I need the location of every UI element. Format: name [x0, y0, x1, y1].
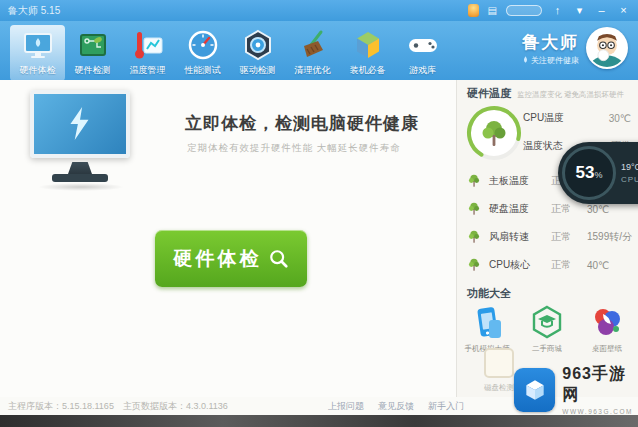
widget-temp: 19°C	[621, 162, 638, 172]
tree-icon	[467, 174, 481, 188]
lightning-icon	[67, 107, 93, 141]
menu-chevron-icon[interactable]: ▾	[573, 5, 586, 16]
tree-icon	[467, 230, 481, 244]
monitor-stand	[68, 162, 92, 174]
desktop-edge	[0, 415, 638, 427]
gauge-row-cpu-temp: CPU温度 30℃	[523, 111, 631, 125]
skin-icon[interactable]: ▤	[488, 6, 497, 16]
tree-icon	[467, 202, 481, 216]
temp-section-title: 硬件温度	[467, 86, 511, 101]
tab-game-library[interactable]: 游戏库	[395, 25, 450, 81]
floating-monitor-widget[interactable]: 53 % 19°C CPU	[558, 142, 638, 204]
tab-cleanup[interactable]: 清理优化	[285, 25, 340, 81]
tree-icon	[467, 258, 481, 272]
main-toolbar: 硬件体检 硬件检测 温度管理	[0, 21, 638, 80]
temperature-gauge	[465, 104, 523, 162]
phone-icon	[469, 304, 505, 340]
features-section-title: 功能大全	[467, 286, 511, 301]
monitor-drop-icon	[21, 28, 55, 62]
tab-label: 性能测试	[185, 64, 221, 77]
temp-section-subtitle: 监控温度变化 避免高温损坏硬件	[517, 90, 624, 100]
tab-label: 硬件体检	[20, 64, 56, 77]
tab-driver-detect[interactable]: 驱动检测	[230, 25, 285, 81]
thermometer-chart-icon	[131, 28, 165, 62]
cube-3d-icon	[351, 28, 385, 62]
colorful-wallpaper-icon	[589, 304, 625, 340]
page-subtitle: 定期体检有效提升硬件性能 大幅延长硬件寿命	[187, 142, 401, 155]
tab-essentials[interactable]: 装机必备	[340, 25, 395, 81]
watermark: 963手游网 WWW.963G.COM	[514, 364, 638, 415]
tab-temperature[interactable]: 温度管理	[120, 25, 175, 81]
brand-block: 鲁大师 关注硬件健康	[522, 25, 632, 69]
upload-icon[interactable]: ↑	[551, 5, 564, 16]
drop-icon	[522, 56, 529, 65]
tab-label: 清理优化	[295, 64, 331, 77]
title-bar: 鲁大师 5.15 ▤ ↑ ▾ – ×	[0, 0, 638, 21]
disk-icon	[484, 348, 514, 378]
circuit-board-icon	[76, 28, 110, 62]
watermark-name: 963手游网	[562, 364, 638, 406]
mascot-avatar[interactable]	[586, 27, 628, 69]
widget-caption: CPU	[621, 175, 638, 184]
sidebar: 硬件温度 监控温度变化 避免高温损坏硬件 CPU温度 30℃ 温度状态 正常	[456, 80, 638, 397]
watermark-cube-icon	[514, 368, 555, 412]
broom-icon	[296, 28, 330, 62]
gift-icon[interactable]	[468, 4, 479, 17]
tab-hardware-checkup[interactable]: 硬件体检	[10, 25, 65, 81]
monitor-shadow	[38, 183, 124, 191]
monitor-base	[52, 174, 108, 182]
link-report-issue[interactable]: 上报问题	[328, 400, 364, 413]
tab-benchmark[interactable]: 性能测试	[175, 25, 230, 81]
tab-label: 硬件检测	[75, 64, 111, 77]
feature-wallpaper[interactable]: 桌面壁纸	[579, 304, 635, 354]
promo-pill[interactable]	[506, 5, 542, 16]
page-title: 立即体检，检测电脑硬件健康	[185, 112, 419, 135]
version-text: 主程序版本：5.15.18.1165 主页数据版本：4.3.0.1136	[8, 400, 228, 413]
monitor-illustration	[30, 90, 130, 158]
app-window: 鲁大师 5.15 ▤ ↑ ▾ – × 硬件体检	[0, 0, 638, 427]
usage-ring: 53 %	[562, 146, 616, 200]
temp-row-cpu-core: CPU核心 正常 40℃	[467, 254, 635, 276]
speedometer-icon	[186, 28, 220, 62]
magnifier-icon	[269, 249, 289, 269]
minimize-button[interactable]: –	[595, 5, 608, 16]
mascot-icon	[588, 29, 626, 67]
tab-label: 驱动检测	[240, 64, 276, 77]
link-feedback[interactable]: 意见反馈	[378, 400, 414, 413]
tab-hardware-detect[interactable]: 硬件检测	[65, 25, 120, 81]
window-title: 鲁大师 5.15	[8, 4, 60, 18]
hardware-checkup-button[interactable]: 硬件体检	[155, 230, 307, 287]
tab-label: 游戏库	[409, 64, 436, 77]
gamepad-icon	[406, 28, 440, 62]
tab-label: 装机必备	[350, 64, 386, 77]
brand-tagline: 关注硬件健康	[522, 55, 579, 66]
link-beginner-guide[interactable]: 新手入门	[428, 400, 464, 413]
temp-row-fan: 风扇转速 正常 1599转/分	[467, 226, 635, 248]
tab-label: 温度管理	[130, 64, 166, 77]
main-panel: 立即体检，检测电脑硬件健康 定期体检有效提升硬件性能 大幅延长硬件寿命 硬件体检	[0, 80, 456, 397]
brand-logo-text: 鲁大师	[522, 31, 579, 54]
hexagon-cap-icon	[529, 304, 565, 340]
hexagon-gear-icon	[241, 28, 275, 62]
close-button[interactable]: ×	[617, 5, 630, 16]
feature-secondhand-mall[interactable]: 二手商城	[519, 304, 575, 354]
feature-phone-emulator[interactable]: 手机模拟大师	[459, 304, 515, 354]
watermark-url: WWW.963G.COM	[562, 408, 638, 415]
cta-label: 硬件体检	[174, 246, 262, 272]
